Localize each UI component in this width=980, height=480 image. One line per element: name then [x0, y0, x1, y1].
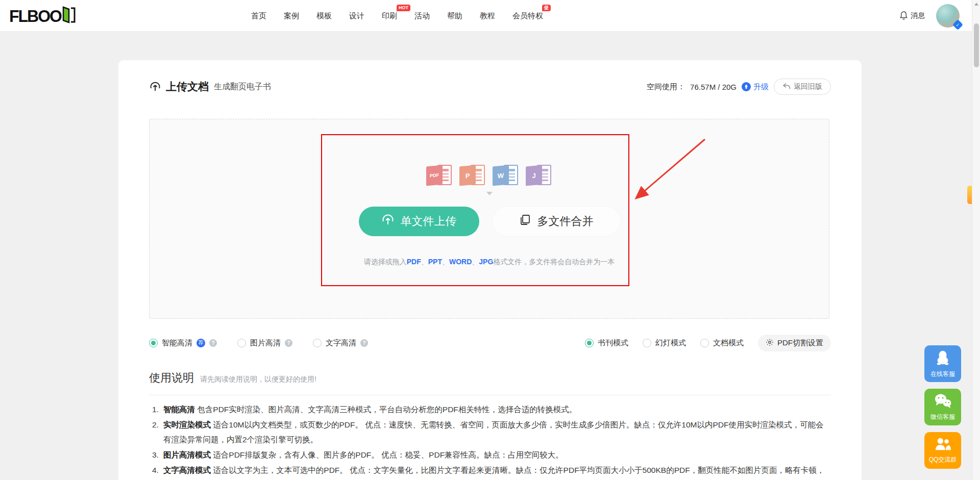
- return-arrow-icon: [782, 83, 791, 91]
- pdf-split-settings-button[interactable]: PDF切割设置: [758, 335, 831, 351]
- nav-print-label: 印刷: [382, 11, 397, 20]
- mode-options: 书刊模式 幻灯模式 文档模式 PDF切割设置: [585, 335, 831, 351]
- hot-badge: HOT: [397, 5, 410, 11]
- back-to-old-button[interactable]: 返回旧版: [774, 79, 831, 95]
- scroll-up-icon[interactable]: [974, 3, 978, 6]
- nav-design[interactable]: 设计: [349, 11, 364, 21]
- instructions-list: 1.智能高清 包含PDF实时渲染、图片高清、文字高清三种模式，平台自动分析您的P…: [152, 402, 831, 480]
- instructions-subtitle: 请先阅读使用说明，以便更好的使用!: [200, 375, 316, 384]
- nav-print[interactable]: 印刷 HOT: [382, 11, 397, 21]
- divider: [149, 395, 831, 395]
- logo-book-icon: [62, 6, 78, 26]
- nav-help[interactable]: 帮助: [447, 11, 462, 21]
- multi-merge-button[interactable]: 多文件合并: [493, 207, 620, 236]
- collapsed-side-widget[interactable]: [967, 186, 972, 204]
- page-title: 上传文档: [166, 80, 209, 94]
- back-to-old-label: 返回旧版: [794, 82, 822, 91]
- option-text-hd[interactable]: 文字高清 ?: [313, 338, 368, 348]
- space-usage-label: 空间使用：: [647, 82, 685, 92]
- nav-right-area: 消息 ✓: [899, 0, 960, 32]
- ppt-file-icon: P: [459, 163, 486, 188]
- single-upload-button[interactable]: 单文件上传: [359, 207, 479, 236]
- dropzone-content: PDF P W J: [150, 119, 829, 318]
- nav-templates[interactable]: 模板: [316, 11, 332, 21]
- pdf-split-label: PDF切割设置: [777, 338, 823, 348]
- radio-selected-icon[interactable]: [149, 339, 158, 347]
- user-avatar[interactable]: ✓: [936, 4, 960, 28]
- pdf-file-icon: PDF: [426, 163, 453, 188]
- conversion-options-row: 智能高清 荐 ? 图片高清 ? 文字高清 ? 书刊模式 幻灯模式: [149, 334, 831, 351]
- radio-selected-icon[interactable]: [585, 339, 594, 347]
- upload-dropzone[interactable]: PDF P W J: [149, 119, 829, 319]
- service-float-stack: 在线客服 微信客服 QQ交流群: [924, 345, 961, 469]
- nav-home[interactable]: 首页: [251, 11, 266, 21]
- help-icon[interactable]: ?: [209, 339, 217, 347]
- qq-penguin-icon: [934, 349, 951, 368]
- page-header: 上传文档 生成翻页电子书 空间使用： 76.57M / 20G 升级: [149, 77, 831, 97]
- promo-badge: 促: [542, 5, 551, 11]
- vip-check-icon: ✓: [952, 19, 963, 30]
- instructions-header: 使用说明 请先阅读使用说明，以便更好的使用!: [149, 370, 316, 386]
- radio-icon[interactable]: [643, 339, 651, 347]
- messages-button[interactable]: 消息: [899, 11, 925, 21]
- multi-merge-label: 多文件合并: [537, 214, 594, 229]
- list-item: 1.智能高清 包含PDF实时渲染、图片高清、文字高清三种模式，平台自动分析您的P…: [152, 402, 831, 417]
- option-book-mode[interactable]: 书刊模式: [585, 338, 628, 348]
- list-item: 4.文字高清模式 适合以文字为主，文本可选中的PDF。 优点：文字矢量化，比图片…: [152, 463, 831, 480]
- header-right: 空间使用： 76.57M / 20G 升级 返回旧版: [647, 79, 831, 95]
- list-item: 3.图片高清模式 适合PDF排版复杂，含有人像、图片多的PDF。 优点：稳妥、P…: [152, 447, 831, 462]
- gear-icon: [766, 338, 774, 348]
- radio-icon[interactable]: [700, 339, 709, 347]
- upgrade-link[interactable]: 升级: [742, 82, 769, 92]
- recommended-badge: 荐: [197, 339, 205, 347]
- upload-buttons-row: 单文件上传 多文件合并: [359, 207, 620, 236]
- flbook-logo[interactable]: FLBOO: [9, 6, 78, 26]
- nav-membership-label: 会员特权: [512, 11, 543, 20]
- caret-down-icon: [486, 192, 493, 195]
- rocket-icon: [742, 82, 751, 91]
- upgrade-label: 升级: [753, 82, 769, 92]
- help-icon[interactable]: ?: [285, 339, 292, 347]
- filetype-icons: PDF P W J: [426, 163, 552, 188]
- radio-icon[interactable]: [313, 339, 322, 347]
- qq-group-button[interactable]: QQ交流群: [924, 432, 961, 469]
- nav-tutorial[interactable]: 教程: [480, 11, 495, 21]
- people-group-icon: [934, 437, 951, 454]
- jpg-file-icon: J: [526, 163, 552, 188]
- help-icon[interactable]: ?: [360, 339, 368, 347]
- list-item: 2.实时渲染模式 适合10M以内文档类型，或页数少的PDF。 优点：速度快、无需…: [152, 417, 831, 447]
- upload-hint-text: 请选择或拖入PDF、PPT、WORD、JPG格式文件，多文件将会自动合并为一本: [364, 258, 615, 267]
- option-slide-mode[interactable]: 幻灯模式: [643, 338, 686, 348]
- online-service-button[interactable]: 在线客服: [924, 345, 961, 382]
- page-scrollbar[interactable]: [972, 0, 980, 480]
- quality-options: 智能高清 荐 ? 图片高清 ? 文字高清 ?: [149, 338, 388, 348]
- single-upload-label: 单文件上传: [401, 214, 457, 229]
- option-image-hd[interactable]: 图片高清 ?: [237, 338, 292, 348]
- nav-cases[interactable]: 案例: [284, 11, 299, 21]
- option-smart-hd[interactable]: 智能高清 荐 ?: [149, 338, 217, 348]
- logo-text: FLBOO: [9, 6, 61, 26]
- page-subtitle: 生成翻页电子书: [214, 82, 271, 92]
- upload-page-card: 上传文档 生成翻页电子书 空间使用： 76.57M / 20G 升级: [118, 60, 862, 480]
- bell-icon: [899, 11, 908, 21]
- option-document-mode[interactable]: 文档模式: [700, 338, 744, 348]
- top-navbar: FLBOO 首页 案例 模板 设计 印刷 HOT 活动 帮助 教程 会员特权 促: [0, 0, 980, 32]
- instructions-title: 使用说明: [149, 370, 194, 386]
- merge-files-icon: [519, 214, 531, 229]
- wechat-icon: [934, 393, 952, 411]
- scrollbar-thumb[interactable]: [974, 23, 979, 67]
- wechat-service-button[interactable]: 微信客服: [924, 389, 961, 425]
- radio-icon[interactable]: [237, 339, 246, 347]
- nav-membership[interactable]: 会员特权 促: [512, 11, 543, 21]
- space-usage-value: 76.57M / 20G: [690, 83, 737, 91]
- nav-activity[interactable]: 活动: [414, 11, 430, 21]
- word-file-icon: W: [493, 163, 519, 188]
- messages-label: 消息: [911, 11, 925, 20]
- upload-cloud-icon: [149, 81, 161, 93]
- upload-arrow-icon: [381, 213, 395, 230]
- main-nav: 首页 案例 模板 设计 印刷 HOT 活动 帮助 教程 会员特权 促: [251, 0, 543, 32]
